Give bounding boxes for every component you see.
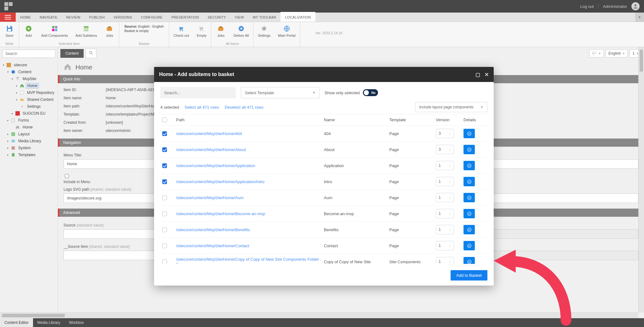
vertical-scrollbar[interactable] bbox=[638, 47, 644, 313]
ribbon-tab-configure[interactable]: CONFIGURE bbox=[136, 13, 167, 22]
tree-toggle-icon[interactable]: ▸ bbox=[15, 91, 18, 94]
row-checkbox[interactable] bbox=[162, 131, 167, 136]
row-details-button[interactable] bbox=[464, 225, 475, 234]
deliver-all-button[interactable]: Deliver All bbox=[231, 24, 251, 38]
ribbon-tab-versions[interactable]: VERSIONS bbox=[109, 13, 136, 22]
close-icon[interactable]: ✕ bbox=[485, 72, 489, 78]
tree-node-mvpsite[interactable]: ▾MvpSite bbox=[2, 75, 58, 82]
row-version-select[interactable]: 1⌄ bbox=[436, 209, 454, 218]
row-version-select[interactable]: 1⌄ bbox=[436, 225, 454, 234]
empty-button[interactable]: Empty bbox=[195, 24, 208, 38]
tree-node-shared-content[interactable]: ▸Shared Content bbox=[2, 96, 58, 103]
row-checkbox[interactable] bbox=[162, 259, 167, 264]
row-version-select[interactable]: 1⌄ bbox=[436, 193, 454, 202]
tree-toggle-icon[interactable]: ▸ bbox=[6, 133, 9, 136]
row-details-button[interactable] bbox=[464, 209, 475, 218]
include-in-menu-checkbox[interactable] bbox=[65, 174, 69, 178]
tree-node-sitecore[interactable]: ▾sitecore bbox=[2, 62, 58, 68]
ribbon-tab-home[interactable]: HOME bbox=[16, 13, 35, 22]
row-path-link[interactable]: /sitecore/content/MvpSite/Home/Aum bbox=[176, 195, 321, 200]
row-details-button[interactable] bbox=[464, 161, 475, 170]
row-checkbox[interactable] bbox=[162, 243, 167, 248]
tree-node-settings[interactable]: Settings bbox=[2, 103, 58, 110]
search-input[interactable] bbox=[3, 50, 55, 58]
row-details-button[interactable] bbox=[464, 145, 475, 154]
row-details-button[interactable] bbox=[464, 241, 475, 250]
ribbon-tab-publish[interactable]: PUBLISH bbox=[85, 13, 109, 22]
tree-node-forms[interactable]: ▸Forms bbox=[2, 117, 58, 124]
tree-node-content[interactable]: ▾Content bbox=[2, 68, 58, 75]
language-dropdown[interactable]: English▼ bbox=[606, 49, 628, 57]
menu-icon[interactable] bbox=[0, 13, 16, 22]
ribbon-tab-security[interactable]: SECURITY bbox=[203, 13, 230, 22]
row-path-link[interactable]: /sitecore/content/MvpSite/Home/Benefits bbox=[176, 227, 321, 232]
tree-toggle-icon[interactable]: ▾ bbox=[2, 63, 5, 67]
jobs-all-button[interactable]: Jobs bbox=[214, 24, 228, 38]
tab-content[interactable]: Content bbox=[60, 49, 84, 58]
row-details-button[interactable] bbox=[464, 129, 475, 138]
jobs-button[interactable]: Jobs bbox=[103, 24, 116, 38]
row-checkbox[interactable] bbox=[162, 147, 167, 152]
horizontal-scrollbar[interactable] bbox=[0, 313, 638, 318]
row-version-select[interactable]: 1⌄ bbox=[436, 161, 454, 170]
ribbon-tab-localization[interactable]: LOCALIZATION bbox=[280, 12, 315, 22]
settings-button[interactable]: Settings bbox=[256, 24, 272, 38]
main-portal-button[interactable]: Main Portal bbox=[276, 24, 297, 38]
row-version-select[interactable]: 3⌄ bbox=[436, 129, 454, 138]
add-button[interactable]: Add bbox=[22, 24, 36, 38]
ribbon-tab-my-toolbar[interactable]: MY TOOLBAR bbox=[248, 13, 281, 22]
row-details-button[interactable] bbox=[464, 257, 475, 264]
avatar-icon[interactable] bbox=[631, 2, 640, 10]
row-checkbox[interactable] bbox=[162, 211, 167, 216]
save-button[interactable]: Save bbox=[3, 24, 16, 38]
row-path-link[interactable]: /sitecore/content/MvpSite/Home/Copy of C… bbox=[176, 257, 321, 264]
tree-node-mvp-repository[interactable]: ▸MVP Repository bbox=[2, 89, 58, 96]
add-subitems-button[interactable]: Add Subitems bbox=[74, 24, 99, 38]
bottom-tab-content-editor[interactable]: Content Editor bbox=[0, 318, 33, 327]
tree-node-home[interactable]: ▸Home bbox=[2, 82, 58, 89]
tree-node-home[interactable]: Home bbox=[2, 124, 58, 131]
row-path-link[interactable]: /sitecore/content/MvpSite/Home/Become-an… bbox=[176, 211, 321, 216]
tree-toggle-icon[interactable]: ▸ bbox=[15, 98, 18, 101]
row-checkbox[interactable] bbox=[162, 195, 167, 200]
row-path-link[interactable]: /sitecore/content/MvpSite/Home/404 bbox=[176, 131, 321, 136]
row-path-link[interactable]: /sitecore/content/MvpSite/Home/Applicati… bbox=[176, 163, 321, 168]
row-details-button[interactable] bbox=[464, 193, 475, 202]
row-version-select[interactable]: 1⌄ bbox=[436, 257, 454, 264]
ribbon-tab-review[interactable]: REVIEW bbox=[62, 13, 85, 22]
select-all-checkbox[interactable] bbox=[162, 117, 167, 122]
row-path-link[interactable]: /sitecore/content/MvpSite/Home/Applicati… bbox=[176, 179, 321, 184]
row-path-link[interactable]: /sitecore/content/MvpSite/Home/Contact bbox=[176, 243, 321, 248]
tree-toggle-icon[interactable]: ▸ bbox=[11, 112, 14, 115]
tree-node-media-library[interactable]: ▸Media Library bbox=[2, 138, 58, 144]
tree-node-templates[interactable]: ▸Templates bbox=[2, 151, 58, 158]
row-checkbox[interactable] bbox=[162, 227, 167, 232]
row-version-select[interactable]: 3⌄ bbox=[436, 145, 454, 154]
row-checkbox[interactable] bbox=[162, 163, 167, 168]
tree-toggle-icon[interactable]: ▸ bbox=[6, 139, 9, 143]
modal-search-input[interactable] bbox=[160, 87, 236, 98]
tree-toggle-icon[interactable]: ▾ bbox=[6, 70, 9, 74]
tree-toggle-icon[interactable]: ▸ bbox=[6, 146, 9, 150]
row-version-select[interactable]: 1⌄ bbox=[436, 241, 454, 250]
current-user[interactable]: Administrator bbox=[603, 4, 627, 9]
show-only-selected-toggle[interactable]: No bbox=[363, 89, 378, 96]
add-components-button[interactable]: Add Components bbox=[39, 24, 70, 38]
template-select[interactable]: Select Template▼ bbox=[241, 87, 319, 98]
flag-dropdown[interactable]: 🏳️▼ bbox=[589, 49, 604, 57]
tree-toggle-icon[interactable]: ▸ bbox=[6, 119, 9, 122]
tree-toggle-icon[interactable]: ▸ bbox=[6, 153, 9, 156]
row-version-select[interactable]: 1⌄ bbox=[436, 177, 454, 186]
ribbon-collapse-button[interactable]: ▼ bbox=[635, 13, 644, 22]
bottom-tab-workbox[interactable]: Workbox bbox=[64, 318, 88, 327]
checkout-button[interactable]: Check out bbox=[172, 24, 191, 38]
tree-toggle-icon[interactable]: ▾ bbox=[11, 77, 14, 80]
ribbon-tab-view[interactable]: VIEW bbox=[230, 13, 248, 22]
maximize-icon[interactable]: ▢ bbox=[475, 72, 480, 78]
row-checkbox[interactable] bbox=[162, 179, 167, 184]
tree-node-sugcon-eu[interactable]: ▸SUGCON EU bbox=[2, 110, 58, 117]
row-path-link[interactable]: /sitecore/content/MvpSite/Home/About bbox=[176, 147, 321, 152]
bottom-tab-media-library[interactable]: Media Library bbox=[33, 318, 65, 327]
tree-node-system[interactable]: ▸System bbox=[2, 144, 58, 151]
ribbon-tab-presentation[interactable]: PRESENTATION bbox=[167, 13, 203, 22]
